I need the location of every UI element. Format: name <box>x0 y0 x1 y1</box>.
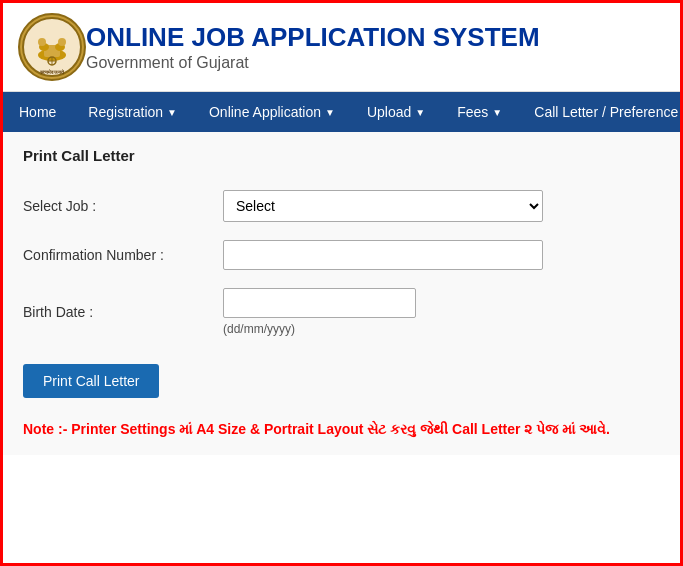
chevron-down-icon: ▼ <box>167 107 177 118</box>
nav-item-upload[interactable]: Upload ▼ <box>351 92 441 132</box>
svg-point-8 <box>38 38 46 46</box>
nav-item-online-application[interactable]: Online Application ▼ <box>193 92 351 132</box>
chevron-down-icon: ▼ <box>415 107 425 118</box>
confirmation-number-group: Confirmation Number : <box>23 240 660 270</box>
birth-date-wrapper: (dd/mm/yyyy) <box>223 288 416 336</box>
main-content: Print Call Letter Select Job : Select Co… <box>3 132 680 455</box>
header: सत्यमेव जयते ONLINE JOB APPLICATION SYST… <box>3 3 680 92</box>
svg-text:सत्यमेव जयते: सत्यमेव जयते <box>39 69 65 75</box>
birth-date-label: Birth Date : <box>23 304 223 320</box>
chevron-down-icon: ▼ <box>492 107 502 118</box>
confirmation-number-input[interactable] <box>223 240 543 270</box>
date-format-hint: (dd/mm/yyyy) <box>223 322 416 336</box>
app-container: सत्यमेव जयते ONLINE JOB APPLICATION SYST… <box>0 0 683 566</box>
nav-item-fees[interactable]: Fees ▼ <box>441 92 518 132</box>
select-job-dropdown[interactable]: Select <box>223 190 543 222</box>
government-emblem: सत्यमेव जयते <box>18 13 86 81</box>
svg-point-9 <box>58 38 66 46</box>
print-call-letter-button[interactable]: Print Call Letter <box>23 364 159 398</box>
section-title: Print Call Letter <box>23 147 660 170</box>
navbar: Home Registration ▼ Online Application ▼… <box>3 92 680 132</box>
nav-item-home[interactable]: Home <box>3 92 72 132</box>
birth-date-input[interactable] <box>223 288 416 318</box>
select-job-label: Select Job : <box>23 198 223 214</box>
app-subtitle: Government of Gujarat <box>86 54 540 72</box>
chevron-down-icon: ▼ <box>325 107 335 118</box>
nav-item-call-letter[interactable]: Call Letter / Preference <box>518 92 680 132</box>
print-button-container: Print Call Letter <box>23 354 660 418</box>
select-job-group: Select Job : Select <box>23 190 660 222</box>
confirmation-number-label: Confirmation Number : <box>23 247 223 263</box>
app-title: ONLINE JOB APPLICATION SYSTEM <box>86 22 540 53</box>
nav-item-registration[interactable]: Registration ▼ <box>72 92 193 132</box>
header-text: ONLINE JOB APPLICATION SYSTEM Government… <box>86 22 540 71</box>
birth-date-group: Birth Date : (dd/mm/yyyy) <box>23 288 660 336</box>
printer-note: Note :- Printer Settings માં A4 Size & P… <box>23 418 660 440</box>
